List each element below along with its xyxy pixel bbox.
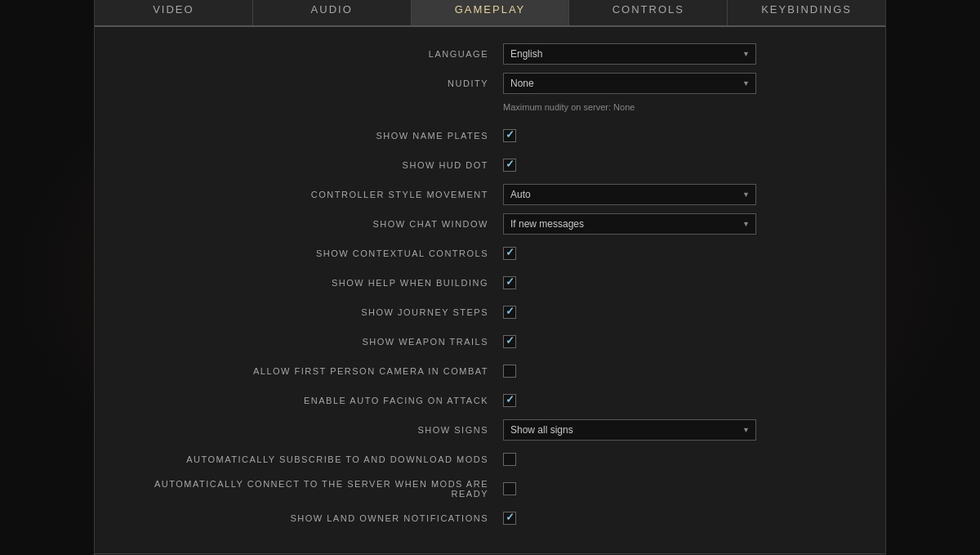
enable-auto-facing-checkbox[interactable]: [503, 394, 516, 407]
language-label: LANGUAGE: [127, 49, 503, 59]
allow-first-person-label: ALLOW FIRST PERSON CAMERA IN COMBAT: [127, 366, 503, 376]
auto-subscribe-checkbox[interactable]: [503, 453, 516, 466]
show-weapon-trails-label: SHOW WEAPON TRAILS: [127, 337, 503, 347]
auto-connect-row: AUTOMATICALLY CONNECT TO THE SERVER WHEN…: [127, 478, 853, 499]
show-name-plates-row: SHOW NAME PLATES: [127, 125, 853, 146]
nudity-control: None: [503, 73, 853, 94]
tab-controls[interactable]: CONTROLS: [569, 0, 728, 25]
auto-subscribe-row: AUTOMATICALLY SUBSCRIBE TO AND DOWNLOAD …: [127, 449, 853, 470]
tab-keybindings[interactable]: KEYBINDINGS: [728, 0, 885, 25]
show-help-when-building-row: SHOW HELP WHEN BUILDING: [127, 272, 853, 293]
show-chat-window-dropdown[interactable]: If new messages: [503, 213, 756, 235]
show-signs-label: SHOW SIGNS: [127, 425, 503, 435]
nudity-row: NUDITY None: [127, 73, 853, 94]
show-journey-steps-checkbox[interactable]: [503, 306, 516, 319]
show-chat-window-label: SHOW CHAT WINDOW: [127, 219, 503, 229]
language-control: English: [503, 43, 853, 65]
show-contextual-controls-label: SHOW CONTEXTUAL CONTROLS: [127, 248, 503, 258]
tab-audio[interactable]: AUDIO: [253, 0, 412, 25]
controller-style-row: CONTROLLER STYLE MOVEMENT Auto: [127, 184, 853, 205]
nudity-note-row: Maximum nudity on server: None: [127, 102, 853, 119]
show-land-owner-checkbox[interactable]: [503, 512, 516, 525]
show-contextual-controls-checkbox[interactable]: [503, 247, 516, 260]
tab-gameplay[interactable]: GAMEPLAY: [412, 0, 570, 25]
modal-body: LANGUAGE English NUDITY None: [95, 27, 885, 553]
controller-style-label: CONTROLLER STYLE MOVEMENT: [127, 190, 503, 199]
show-help-when-building-label: SHOW HELP WHEN BUILDING: [127, 278, 503, 288]
nudity-note: Maximum nudity on server: None: [503, 102, 635, 112]
show-help-when-building-checkbox[interactable]: [503, 276, 516, 289]
show-signs-row: SHOW SIGNS Show all signs: [127, 419, 853, 441]
auto-subscribe-label: AUTOMATICALLY SUBSCRIBE TO AND DOWNLOAD …: [127, 454, 503, 464]
show-contextual-controls-row: SHOW CONTEXTUAL CONTROLS: [127, 243, 853, 264]
show-chat-window-row: SHOW CHAT WINDOW If new messages: [127, 213, 853, 235]
show-journey-steps-row: SHOW JOURNEY STEPS: [127, 302, 853, 323]
show-name-plates-label: SHOW NAME PLATES: [127, 131, 503, 141]
show-hud-dot-checkbox[interactable]: [503, 159, 516, 172]
auto-connect-label: AUTOMATICALLY CONNECT TO THE SERVER WHEN…: [127, 479, 503, 499]
language-row: LANGUAGE English: [127, 43, 853, 65]
show-journey-steps-label: SHOW JOURNEY STEPS: [127, 307, 503, 317]
enable-auto-facing-row: ENABLE AUTO FACING ON ATTACK: [127, 390, 853, 411]
show-weapon-trails-checkbox[interactable]: [503, 335, 516, 348]
auto-connect-checkbox[interactable]: [503, 482, 516, 495]
nudity-label: NUDITY: [127, 78, 503, 88]
show-hud-dot-label: SHOW HUD DOT: [127, 160, 503, 170]
allow-first-person-row: ALLOW FIRST PERSON CAMERA IN COMBAT: [127, 360, 853, 382]
language-dropdown[interactable]: English: [503, 43, 756, 65]
show-name-plates-checkbox[interactable]: [503, 129, 516, 142]
show-weapon-trails-row: SHOW WEAPON TRAILS: [127, 331, 853, 352]
allow-first-person-checkbox[interactable]: [503, 365, 516, 378]
show-signs-dropdown[interactable]: Show all signs: [503, 419, 756, 441]
nudity-dropdown[interactable]: None: [503, 73, 756, 94]
show-land-owner-row: SHOW LAND OWNER NOTIFICATIONS: [127, 508, 853, 529]
controller-style-dropdown[interactable]: Auto: [503, 184, 756, 205]
tab-video[interactable]: VIDEO: [95, 0, 253, 25]
show-land-owner-label: SHOW LAND OWNER NOTIFICATIONS: [127, 513, 503, 523]
show-hud-dot-row: SHOW HUD DOT: [127, 154, 853, 176]
enable-auto-facing-label: ENABLE AUTO FACING ON ATTACK: [127, 396, 503, 405]
tabs-bar: VIDEO AUDIO GAMEPLAY CONTROLS KEYBINDING…: [95, 0, 885, 27]
settings-modal: SETTINGS ✕ VIDEO AUDIO GAMEPLAY CONTROLS…: [94, 0, 886, 555]
